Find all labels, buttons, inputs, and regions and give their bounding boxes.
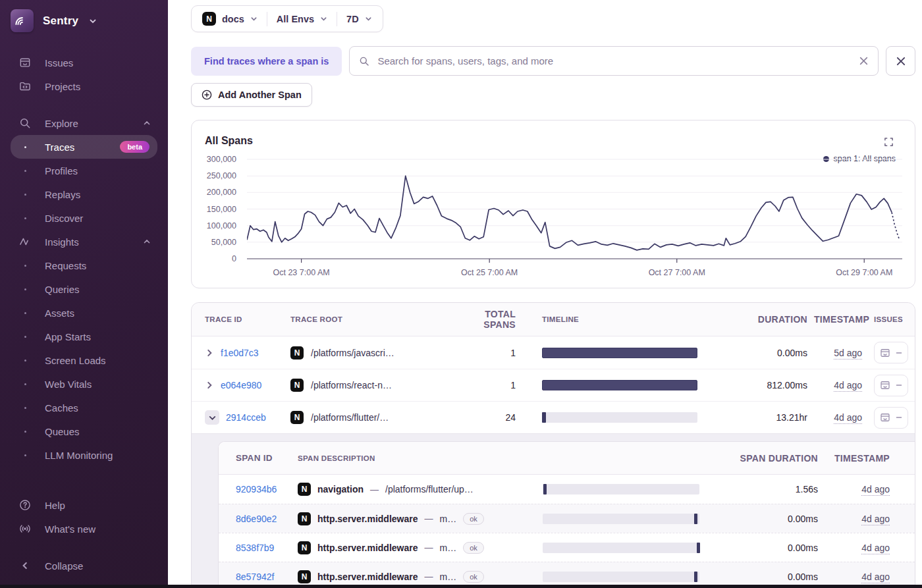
- sidebar-item-insights[interactable]: Insights: [11, 230, 157, 254]
- add-span-row: Add Another Span: [191, 83, 915, 107]
- separator-dash: —: [425, 572, 433, 581]
- timeline-tick: [542, 412, 546, 423]
- sidebar-item-assets[interactable]: Assets: [11, 301, 157, 325]
- span-timeline-track: [543, 484, 699, 494]
- org-switcher[interactable]: Sentry: [11, 9, 157, 32]
- trace-id-link[interactable]: 2914cceb: [226, 412, 266, 423]
- span-id-link[interactable]: 8538f7b9: [236, 543, 274, 553]
- span-id-link[interactable]: 920934b6: [236, 484, 277, 494]
- sidebar-item-projects[interactable]: Projects: [11, 74, 157, 98]
- separator-dash: —: [370, 485, 379, 494]
- span-description: m…: [440, 572, 457, 582]
- issues-button[interactable]: [874, 407, 908, 429]
- trace-id-link[interactable]: e064e980: [221, 380, 261, 390]
- sidebar-item-explore[interactable]: Explore: [11, 111, 157, 135]
- span-row[interactable]: 8e57942fNhttp.server.middleware—m…ok0.00…: [219, 562, 915, 588]
- span-id-link[interactable]: 8e57942f: [236, 572, 274, 582]
- issues-button[interactable]: [874, 342, 908, 363]
- sidebar-item-web-vitals[interactable]: Web Vitals: [11, 372, 157, 396]
- trace-timestamp[interactable]: 5d ago: [834, 348, 862, 360]
- issues-button[interactable]: [874, 375, 908, 396]
- sidebar-item-app-starts[interactable]: App Starts: [11, 325, 157, 348]
- expand-row-button[interactable]: [205, 381, 214, 390]
- sidebar-item-llm-monitoring[interactable]: LLM Monitoring: [11, 443, 157, 467]
- trace-root: /platforms/react-n…: [311, 380, 392, 390]
- span-op: http.server.middleware: [317, 572, 418, 582]
- sidebar-item-queues[interactable]: Queues: [11, 419, 157, 443]
- expand-row-button[interactable]: [205, 348, 214, 358]
- sidebar-item-replays[interactable]: Replays: [11, 182, 157, 206]
- x-axis-tick-label: Oct 29 7:00 AM: [836, 268, 892, 277]
- span-id-link[interactable]: 8d6e90e2: [236, 514, 277, 524]
- sidebar-item-discover[interactable]: Discover: [11, 206, 157, 230]
- span-column-header-span-description: SPAN DESCRIPTION: [298, 454, 522, 462]
- span-status-badge: ok: [463, 542, 484, 554]
- span-row[interactable]: 8d6e90e2Nhttp.server.middleware—m…ok0.00…: [219, 504, 915, 533]
- chevron-down-icon: [89, 17, 97, 25]
- bullet-icon: [17, 288, 33, 290]
- sidebar-item-collapse[interactable]: Collapse: [11, 554, 157, 577]
- clear-search-icon[interactable]: [859, 56, 869, 66]
- span-row[interactable]: 920934b6Nnavigation—/platforms/flutter/u…: [219, 475, 915, 504]
- issues-icon: [17, 56, 33, 69]
- chart-title: All Spans: [205, 135, 253, 147]
- sidebar-item-issues[interactable]: Issues: [11, 51, 157, 74]
- column-header-issues: ISSUES: [870, 315, 914, 323]
- separator-dash: —: [425, 543, 433, 552]
- span-row[interactable]: 8538f7b9Nhttp.server.middleware—m…ok0.00…: [219, 533, 915, 562]
- x-axis-tick-label: Oct 25 7:00 AM: [461, 268, 518, 277]
- sidebar-item-caches[interactable]: Caches: [11, 396, 157, 419]
- sidebar-item-label: Replays: [45, 189, 80, 200]
- sidebar-item-queries[interactable]: Queries: [11, 277, 157, 301]
- x-axis-tick-label: Oct 27 7:00 AM: [649, 268, 705, 277]
- span-timestamp[interactable]: 4d ago: [861, 572, 890, 583]
- traces-table-body: f1e0d7c3N/platforms/javascri…10.00ms5d a…: [192, 336, 915, 588]
- y-axis-tick-label: 100,000: [207, 221, 236, 230]
- chevron-down-icon: [365, 15, 372, 22]
- chevron-down-icon: [320, 15, 327, 22]
- trace-timestamp[interactable]: 4d ago: [834, 380, 862, 392]
- bullet-icon: [17, 265, 33, 267]
- sidebar-item-traces[interactable]: Tracesbeta: [11, 135, 157, 159]
- sidebar-item-help[interactable]: Help: [11, 493, 157, 517]
- span-timestamp[interactable]: 4d ago: [861, 514, 890, 525]
- traces-table-panel: TRACE IDTRACE ROOTTOTAL SPANSTIMELINEDUR…: [191, 302, 915, 588]
- bullet-icon: [17, 312, 33, 314]
- project-filter[interactable]: N docs: [202, 12, 258, 26]
- chart-x-axis-labels: Oct 23 7:00 AMOct 25 7:00 AMOct 27 7:00 …: [247, 268, 902, 281]
- y-axis-tick-label: 300,000: [207, 155, 236, 164]
- collapse-row-button[interactable]: [205, 410, 219, 425]
- span-timestamp[interactable]: 4d ago: [861, 484, 890, 496]
- bullet-icon: [17, 407, 33, 409]
- trace-duration: 0.00ms: [705, 348, 814, 358]
- span-description: /platforms/flutter/up…: [385, 484, 474, 494]
- date-range-label: 7D: [346, 14, 359, 24]
- span-search-input[interactable]: [376, 55, 852, 67]
- nextjs-logo-icon: N: [202, 12, 216, 26]
- nextjs-logo-icon: N: [298, 570, 311, 583]
- sidebar-item-profiles[interactable]: Profiles: [11, 159, 157, 182]
- trace-row[interactable]: e064e980N/platforms/react-n…1812.00ms4d …: [192, 369, 915, 401]
- trace-timestamp[interactable]: 4d ago: [834, 412, 862, 424]
- sidebar-item-requests[interactable]: Requests: [11, 254, 157, 277]
- bullet-icon: [17, 217, 33, 219]
- environment-filter[interactable]: All Envs: [277, 14, 327, 24]
- trace-row[interactable]: f1e0d7c3N/platforms/javascri…10.00ms5d a…: [192, 336, 915, 369]
- sidebar-item-what-s-new[interactable]: What's new: [11, 517, 157, 541]
- span-duration: 0.00ms: [706, 543, 818, 553]
- sidebar-item-label: Profiles: [45, 165, 78, 176]
- span-timestamp[interactable]: 4d ago: [861, 543, 890, 554]
- trace-root: /platforms/flutter/…: [311, 412, 389, 423]
- expand-chart-icon[interactable]: [884, 137, 894, 147]
- date-range-filter[interactable]: 7D: [346, 14, 372, 24]
- remove-span-condition-button[interactable]: [886, 46, 915, 76]
- sidebar-item-screen-loads[interactable]: Screen Loads: [11, 348, 157, 372]
- bullet-icon: [17, 146, 33, 148]
- bullet-icon: [17, 194, 33, 196]
- trace-row[interactable]: 2914ccebN/platforms/flutter/…2413.21hr4d…: [192, 401, 915, 433]
- trace-id-link[interactable]: f1e0d7c3: [221, 348, 259, 358]
- add-another-span-button[interactable]: Add Another Span: [191, 83, 312, 107]
- span-column-header-span-duration: SPAN DURATION: [706, 453, 818, 464]
- nextjs-logo-icon: N: [290, 379, 304, 392]
- trace-duration: 13.21hr: [705, 412, 814, 423]
